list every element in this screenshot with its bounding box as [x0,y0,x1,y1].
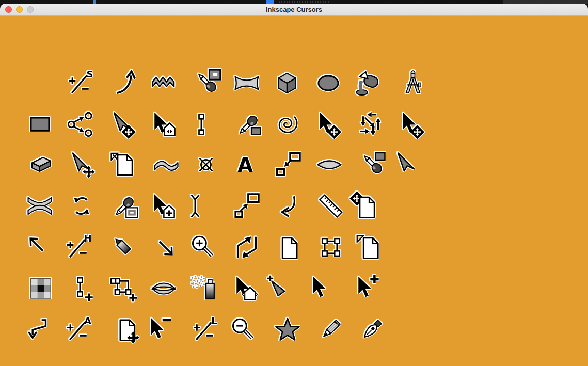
dropper-pick-square-2-icon [359,151,387,179]
marker-pen-icon [110,233,138,261]
arrow-gradient-h-icon [149,110,177,138]
page-blank-icon [273,233,300,261]
arrow-add-icon [353,275,380,303]
line-adjust-h-icon: H [65,233,92,261]
zoom-button-disabled [27,6,34,13]
background-accent [93,0,96,4]
lens-waves-icon [150,275,178,303]
page-import-icon [108,151,136,179]
wave-path-icon [152,151,180,179]
arrow-gradient-add-icon [148,192,176,220]
connector-tool-icon [66,110,94,138]
measuring-compass-icon [399,69,427,97]
spiral-shape-icon [273,110,300,138]
line-adjust-a-icon: A [65,316,92,344]
zoom-in-icon [188,233,216,261]
svg-text:S: S [87,69,93,79]
text-a-icon: A [231,151,259,179]
spray-can-icon [189,275,217,303]
checkerboard-icon [27,275,55,303]
no-drop-circle-icon [192,151,220,179]
arrow-move-diamond-alt-icon [397,110,425,138]
gray-arrow-move-diamond-icon [109,110,137,138]
svg-text:A: A [237,153,253,177]
cube-3d-icon [273,69,301,97]
gray-dart-add-icon [265,275,293,303]
traffic-light-buttons [5,6,34,13]
box-3d-flat-icon [27,151,55,179]
dropper-pick-fill-icon [235,110,263,138]
zoom-out-icon [229,316,257,344]
rectangle-shape-icon [26,110,54,138]
lens-shape-icon [315,151,343,179]
page-move-cross-icon [112,316,139,344]
push-arrows-icon [357,110,385,138]
bend-arrows-icon [233,233,261,261]
curve-arrow-up-icon [112,69,140,97]
rotate-arrows-icon [68,192,96,220]
page-corner-flag-icon [354,233,382,261]
svg-text:H: H [84,233,91,244]
window-title: Inkscape Cursors [0,4,588,15]
selection-handles-icon [317,233,345,261]
curve-arrow-down-left-icon [273,192,301,220]
crossing-waves-icon [26,192,54,220]
page-move-diamond-icon [351,192,378,220]
line-adjust-s-icon: S [67,69,94,97]
scale-up-icon [233,192,261,220]
thin-arrow-nw-icon [25,233,53,261]
line-adjust-l-icon: L [191,316,219,344]
pen-nib-icon [358,316,386,344]
elbow-arrow-down-icon [25,316,53,344]
gray-arrow-icon [393,151,421,179]
inkscape-cursors-window: Inkscape Cursors SAHAL [0,4,588,366]
minimize-button[interactable] [16,6,23,13]
thin-arrow-se-icon [151,233,179,261]
svg-text:A: A [84,315,91,326]
background-accent-blue [266,0,274,4]
arrow-plain-icon [307,275,335,303]
cursor-grid: SAHAL [0,16,588,366]
pinched-band-icon [233,69,261,97]
arrow-remove-icon [145,316,173,344]
node-segment-icon [187,110,215,138]
svg-text:L: L [211,315,217,326]
star-shape-icon [274,316,301,344]
ellipse-shape-icon [314,69,342,97]
gray-arrow-move-icon [68,151,96,179]
ruler-measure-icon [317,192,345,220]
scale-down-icon [274,151,302,179]
node-segment-add-icon [69,275,97,303]
background-texture [279,1,330,3]
zigzag-path-icon [150,69,178,97]
arrow-gradient-stop-icon [231,275,259,303]
forked-node-icon [181,192,209,220]
selection-handles-add-icon [111,275,139,303]
arrow-move-diamond-icon [314,110,342,138]
dropper-framed-swatch-icon [111,192,139,220]
window-titlebar[interactable]: Inkscape Cursors [0,4,588,16]
background-accent-gray [503,0,588,4]
pencil-tool-icon [316,316,344,344]
dropper-pick-square-icon [194,69,221,97]
paint-bucket-icon [354,69,382,97]
close-button[interactable] [5,6,12,13]
